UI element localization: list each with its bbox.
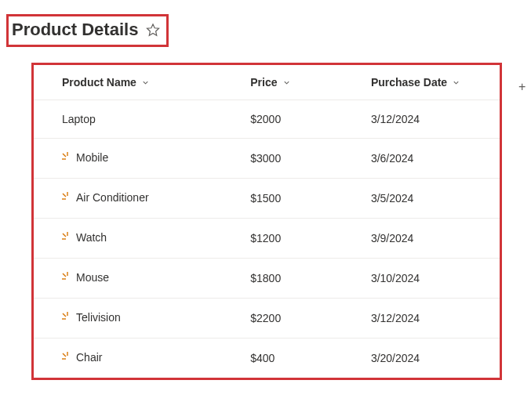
cell-price: $1200 (242, 219, 363, 259)
cell-purchase-date: 3/12/2024 (363, 100, 500, 139)
cell-product-name-text: Laptop (62, 113, 96, 125)
cell-product-name-text: Mobile (76, 151, 108, 164)
sparkle-icon (62, 152, 73, 163)
cell-purchase-date: 3/5/2024 (363, 179, 500, 219)
cell-product-name-text: Watch (76, 231, 107, 244)
table-row[interactable]: Watch$12003/9/2024 (34, 219, 500, 259)
cell-price: $3000 (242, 139, 363, 179)
chevron-down-icon (452, 78, 460, 87)
cell-product-name: Telivision (34, 299, 242, 339)
sparkle-icon (62, 352, 73, 363)
table-row[interactable]: Chair$4003/20/2024 (34, 339, 500, 378)
cell-product-name-text: Chair (76, 351, 102, 364)
plus-icon[interactable]: + (518, 80, 526, 94)
cell-price: $2200 (242, 299, 363, 339)
table-row[interactable]: Air Conditioner$15003/5/2024 (34, 179, 500, 219)
cell-product-name-text: Mouse (76, 271, 109, 284)
table-row[interactable]: Mouse$18003/10/2024 (34, 259, 500, 299)
cell-product-name-text: Telivision (76, 311, 121, 324)
cell-product-name: Watch (34, 219, 242, 259)
page-title: Product Details (12, 20, 138, 40)
svg-line-17 (63, 353, 66, 357)
column-header-product-name[interactable]: Product Name (34, 65, 242, 100)
cell-price: $2000 (242, 100, 363, 139)
cell-purchase-date: 3/12/2024 (363, 299, 500, 339)
cell-purchase-date: 3/10/2024 (363, 259, 500, 299)
cell-product-name: Laptop (34, 100, 242, 139)
cell-purchase-date: 3/20/2024 (363, 339, 500, 378)
svg-marker-0 (147, 24, 159, 35)
svg-line-5 (63, 194, 66, 197)
cell-product-name: Mobile (34, 139, 242, 179)
sparkle-icon (62, 272, 73, 283)
cell-product-name: Chair (34, 339, 242, 378)
page-header: Product Details (6, 14, 169, 47)
cell-purchase-date: 3/9/2024 (363, 219, 500, 259)
cell-price: $1800 (242, 259, 363, 299)
cell-price: $400 (242, 339, 363, 378)
cell-product-name-text: Air Conditioner (76, 191, 149, 204)
favorite-star-icon[interactable] (146, 23, 160, 37)
column-header-purchase-date[interactable]: Purchase Date (363, 65, 500, 100)
svg-line-8 (63, 234, 66, 237)
svg-line-2 (63, 154, 66, 157)
column-header-price[interactable]: Price (242, 65, 363, 100)
cell-product-name: Mouse (34, 259, 242, 299)
product-table-container: Product Name Price (31, 63, 502, 380)
cell-product-name: Air Conditioner (34, 179, 242, 219)
svg-line-14 (63, 313, 66, 317)
sparkle-icon (62, 312, 73, 323)
sparkle-icon (62, 192, 73, 203)
cell-purchase-date: 3/6/2024 (363, 139, 500, 179)
chevron-down-icon (282, 78, 291, 87)
column-header-label: Purchase Date (371, 76, 447, 89)
product-table: Product Name Price (34, 65, 500, 378)
chevron-down-icon (141, 78, 150, 87)
cell-price: $1500 (242, 179, 363, 219)
column-header-label: Product Name (62, 76, 136, 89)
table-row[interactable]: Mobile$30003/6/2024 (34, 139, 500, 179)
sparkle-icon (62, 232, 73, 243)
column-header-label: Price (250, 76, 277, 89)
table-row[interactable]: Telivision$22003/12/2024 (34, 299, 500, 339)
table-row[interactable]: Laptop$20003/12/2024 (34, 100, 500, 139)
svg-line-11 (63, 273, 66, 277)
